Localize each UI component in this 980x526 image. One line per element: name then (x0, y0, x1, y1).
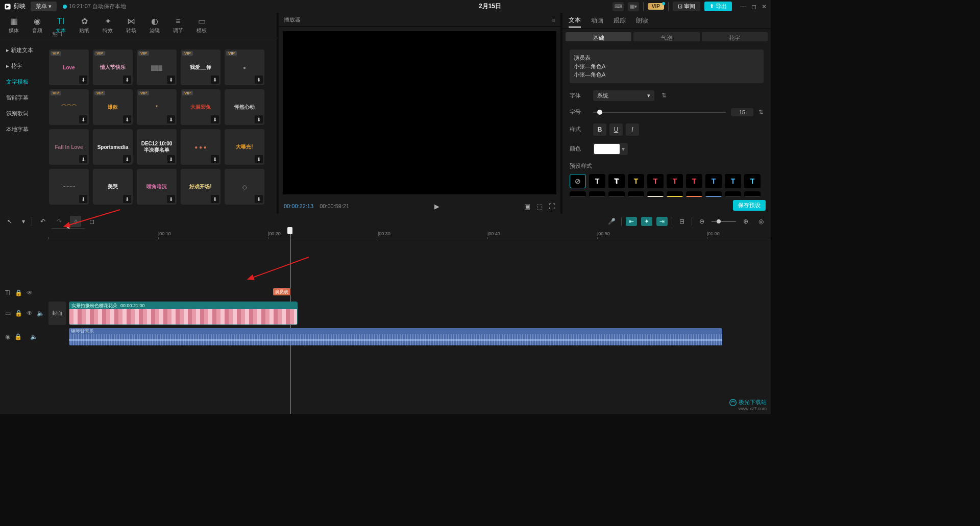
zoom-fit-icon[interactable]: ◎ (755, 217, 767, 226)
preset-style[interactable]: T (705, 174, 722, 188)
download-icon[interactable]: ⬇ (255, 115, 263, 123)
template-card[interactable]: ● ● ●⬇ (181, 129, 220, 165)
template-card[interactable]: VIP情人节快乐⬇ (93, 49, 133, 85)
preset-style[interactable]: T (744, 174, 761, 188)
template-card[interactable]: VIP⌒⌒⌒⬇ (49, 89, 89, 125)
template-card[interactable]: 怦然心动⬇ (225, 89, 264, 125)
underline-button[interactable]: U (609, 123, 623, 136)
preset-style[interactable]: T (667, 174, 683, 188)
download-icon[interactable]: ⬇ (211, 76, 219, 84)
pointer-tool[interactable]: ↖ (4, 216, 15, 227)
preset-style[interactable]: T (608, 174, 625, 188)
sidebar-item-3[interactable]: 智能字幕 (2, 91, 44, 105)
ratio-icon[interactable]: ⬚ (536, 203, 543, 210)
shortcut-icon[interactable]: ⌨ (612, 2, 624, 11)
magnet-left-icon[interactable]: ⇤ (626, 217, 637, 226)
props-tab-动画[interactable]: 动画 (591, 14, 603, 27)
template-card[interactable]: VIP●⬇ (225, 49, 264, 85)
lock-icon[interactable]: 🔒 (15, 289, 22, 296)
download-icon[interactable]: ⬇ (167, 115, 175, 123)
download-icon[interactable]: ⬇ (79, 76, 87, 84)
sidebar-item-4[interactable]: 识别歌词 (2, 107, 44, 120)
download-icon[interactable]: ⬇ (167, 195, 175, 203)
preset-style[interactable]: T (647, 174, 664, 188)
template-card[interactable]: VIP大展宏兔⬇ (181, 89, 220, 125)
audio-clip[interactable]: 钢琴背景乐 (69, 328, 722, 345)
download-icon[interactable]: ⬇ (167, 155, 175, 163)
preset-style-bar[interactable] (570, 191, 586, 197)
preset-style-bar[interactable] (608, 191, 625, 197)
close-button[interactable]: ✕ (762, 3, 767, 10)
zoom-slider[interactable] (712, 221, 736, 222)
template-card[interactable]: ◌⬇ (225, 169, 264, 205)
chevron-down-icon[interactable]: ▾ (620, 145, 627, 153)
bold-button[interactable]: B (593, 123, 606, 136)
timeline-ruler[interactable]: |00:10|00:20|00:30|00:40|00:50|01:00 (48, 229, 771, 239)
color-swatch[interactable] (594, 144, 620, 154)
download-icon[interactable]: ⬇ (167, 76, 175, 84)
save-preset-button[interactable]: 保存预设 (733, 200, 766, 211)
preset-style[interactable]: T (589, 174, 605, 188)
lock-icon[interactable]: 🔒 (15, 310, 22, 317)
zoom-out-icon[interactable]: ⊖ (696, 217, 707, 226)
download-icon[interactable]: ⬇ (211, 115, 219, 123)
download-icon[interactable]: ⬇ (255, 155, 263, 163)
preset-style[interactable]: T (725, 174, 741, 188)
tab-转场[interactable]: ⋈转场 (119, 17, 143, 34)
maximize-button[interactable]: ◻ (751, 3, 756, 10)
template-card[interactable]: Sportsmedia⬇ (93, 129, 133, 165)
tab-特效[interactable]: ✦特效 (96, 17, 119, 34)
sidebar-item-1[interactable]: ▸ 花字 (2, 59, 44, 73)
preset-style-bar[interactable] (725, 191, 741, 197)
undo-button[interactable]: ↶ (37, 216, 48, 227)
download-icon[interactable]: ⬇ (79, 115, 87, 123)
sub-tab-基础[interactable]: 基础 (566, 32, 631, 41)
eye-icon[interactable]: 👁 (27, 310, 33, 317)
zoom-in-icon[interactable]: ⊕ (740, 217, 751, 226)
props-tab-跟踪[interactable]: 跟踪 (614, 14, 626, 27)
sub-tab-花字[interactable]: 花字 (702, 32, 768, 41)
size-input[interactable]: 15 (731, 108, 753, 116)
tab-调节[interactable]: ≡调节 (166, 17, 190, 34)
mic-icon[interactable]: 🎤 (606, 217, 617, 226)
font-more-icon[interactable]: ⇅ (662, 92, 667, 99)
props-tab-文本[interactable]: 文本 (569, 14, 581, 28)
download-icon[interactable]: ⬇ (123, 155, 131, 163)
preset-style-bar[interactable] (705, 191, 722, 197)
preset-style-bar[interactable] (686, 191, 702, 197)
download-icon[interactable]: ⬇ (255, 76, 263, 84)
video-clip[interactable]: 实景拍摄粉色樱花花朵00:00:21:00 (69, 302, 298, 325)
template-card[interactable]: 嘴角暗沉⬇ (137, 169, 177, 205)
preset-style-bar[interactable] (647, 191, 664, 197)
sidebar-item-0[interactable]: ▸ 新建文本 (2, 43, 44, 57)
size-slider[interactable] (593, 112, 726, 113)
font-select[interactable]: 系统▾ (593, 90, 654, 101)
template-card[interactable]: VIP*⬇ (137, 89, 177, 125)
snap-icon[interactable]: ✦ (641, 217, 652, 226)
template-card[interactable]: 大曝光!⬇ (225, 129, 264, 165)
download-icon[interactable]: ⬇ (211, 155, 219, 163)
tab-媒体[interactable]: ▦媒体 (2, 17, 26, 34)
preset-style-bar[interactable] (744, 191, 761, 197)
snapshot-icon[interactable]: ▣ (524, 203, 530, 210)
pointer-dropdown[interactable]: ▾ (20, 216, 27, 227)
preset-style-bar[interactable] (589, 191, 605, 197)
sub-tab-气泡[interactable]: 气泡 (633, 32, 699, 41)
download-icon[interactable]: ⬇ (123, 76, 131, 84)
italic-button[interactable]: I (626, 123, 639, 136)
template-card[interactable]: ·········⬇ (49, 169, 89, 205)
template-card[interactable]: DEC12 10:00半决赛名单⬇ (137, 129, 177, 165)
text-content-box[interactable]: 演员表小张—角色A小张—角色A (570, 49, 764, 83)
magnet-right-icon[interactable]: ⇥ (656, 217, 668, 226)
tab-滤镜[interactable]: ◐滤镜 (143, 17, 166, 34)
sidebar-item-2[interactable]: 文字模板 (2, 75, 44, 89)
mute-icon[interactable]: 🔈 (30, 333, 38, 340)
template-card[interactable]: VIP爆款⬇ (93, 89, 133, 125)
template-card[interactable]: VIP▓▓▓⬇ (137, 49, 177, 85)
download-icon[interactable]: ⬇ (123, 195, 131, 203)
sidebar-item-5[interactable]: 本地字幕 (2, 122, 44, 136)
preview-menu-icon[interactable]: ≡ (552, 17, 555, 23)
review-button[interactable]: ⊡ 审阅 (673, 2, 700, 11)
preview-cut-icon[interactable]: ⊟ (676, 217, 688, 226)
tab-贴纸[interactable]: ✿贴纸 (72, 17, 96, 34)
